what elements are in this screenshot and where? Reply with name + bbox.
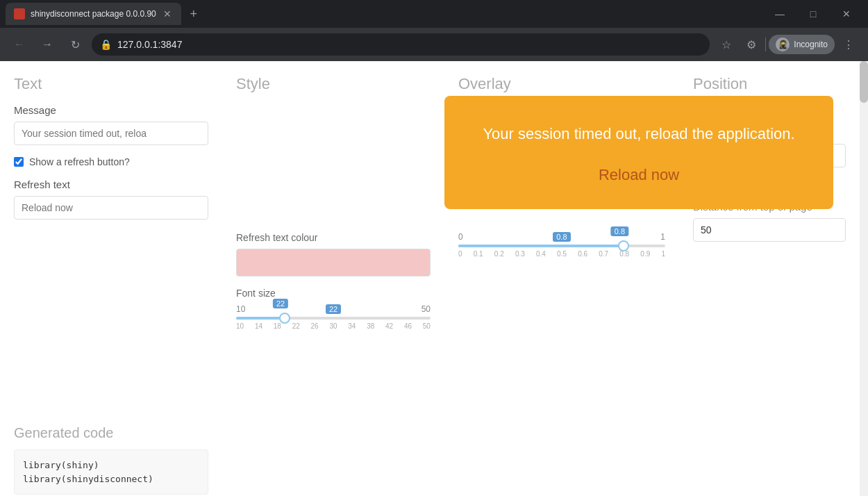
scrollbar[interactable] (860, 61, 868, 496)
panel-container: Text Message Show a refresh button? Refr… (0, 61, 860, 496)
url-bar[interactable]: 🔒 127.0.0.1:3847 (92, 33, 710, 56)
font-size-value: 22 (326, 304, 341, 314)
font-size-max: 50 (422, 304, 431, 314)
color-swatch[interactable] (236, 249, 431, 276)
browser-chrome: shinydisconnect package 0.0.0.90 ✕ + — □… (0, 0, 868, 61)
refresh-colour-label: Refresh text colour (236, 232, 431, 243)
back-button[interactable]: ← (8, 33, 31, 56)
op-tick-07: 0.7 (599, 250, 608, 258)
maximize-button[interactable]: □ (797, 3, 829, 25)
refresh-text-label: Refresh text (14, 179, 208, 190)
overlay-panel: Overlay 0 0.8 1 0.8 0 0.1 0.2 (444, 61, 679, 496)
opacity-slider-fill (458, 245, 624, 247)
position-panel-title: Position (693, 75, 846, 93)
toolbar-divider (765, 38, 766, 51)
incognito-badge: 🥷 Incognito (769, 35, 835, 54)
style-panel-title: Style (236, 75, 431, 93)
tick-30: 30 (329, 322, 337, 330)
url-lock-icon: 🔒 (100, 39, 112, 50)
tick-26: 26 (311, 322, 319, 330)
tab-close-button[interactable]: ✕ (162, 8, 173, 19)
font-size-slider-track[interactable]: 22 (236, 317, 431, 320)
style-controls: Refresh text colour Font size 10 22 50 2… (236, 232, 431, 330)
op-tick-1: 1 (661, 250, 665, 258)
code-line-2: library(shinydisconnect) (23, 472, 199, 486)
style-panel: Style Refresh text colour Font size 10 2… (222, 61, 444, 496)
overlay-panel-title: Overlay (458, 75, 665, 93)
code-line-1: library(shiny) (23, 458, 199, 472)
slider-range-labels: 10 22 50 (236, 304, 431, 314)
font-size-slider-section: 10 22 50 22 10 14 18 22 (236, 304, 431, 330)
title-bar: shinydisconnect package 0.0.0.90 ✕ + — □… (0, 0, 868, 28)
opacity-min: 0 (458, 232, 463, 242)
op-tick-06: 0.6 (578, 250, 587, 258)
tick-34: 34 (348, 322, 356, 330)
reload-button[interactable]: ↻ (64, 33, 86, 56)
url-text: 127.0.0.1:3847 (117, 39, 182, 50)
op-tick-04: 0.4 (536, 250, 546, 258)
generated-code-section: Generated code library(shiny) library(sh… (14, 425, 208, 495)
tick-50: 50 (423, 322, 431, 330)
tab-title: shinydisconnect package 0.0.0.90 (31, 9, 156, 19)
font-size-ticks: 10 14 18 22 26 30 34 38 42 46 50 (236, 322, 431, 330)
close-button[interactable]: ✕ (831, 3, 862, 25)
font-size-thumb-label: 22 (273, 299, 288, 308)
message-input[interactable] (14, 122, 208, 145)
menu-button[interactable]: ⋮ (837, 33, 860, 56)
opacity-slider-track[interactable]: 0.8 (458, 245, 665, 247)
opacity-thumb-label: 0.8 (611, 226, 628, 236)
text-panel-title: Text (14, 75, 208, 93)
refresh-text-input[interactable] (14, 196, 208, 220)
extensions-button[interactable]: ⚙ (740, 33, 762, 56)
minimize-button[interactable]: — (764, 3, 796, 25)
window-controls: — □ ✕ (764, 3, 862, 25)
show-refresh-checkbox[interactable] (14, 157, 24, 167)
opacity-slider-thumb[interactable]: 0.8 (618, 240, 629, 251)
browser-tab[interactable]: shinydisconnect package 0.0.0.90 ✕ (6, 3, 181, 25)
opacity-value: 0.8 (553, 232, 570, 242)
overlay-modal: Your session timed out, reload the appli… (444, 96, 833, 209)
tick-10: 10 (236, 322, 244, 330)
op-tick-05: 0.5 (557, 250, 567, 258)
opacity-max: 1 (660, 232, 665, 242)
incognito-label: Incognito (794, 40, 828, 49)
opacity-section: 0 0.8 1 0.8 0 0.1 0.2 0.3 0.4 0.5 (458, 232, 665, 258)
bookmark-button[interactable]: ☆ (715, 33, 737, 56)
opacity-ticks: 0 0.1 0.2 0.3 0.4 0.5 0.6 0.7 0.8 0.9 1 (458, 250, 665, 258)
font-size-slider-fill (236, 317, 285, 320)
opacity-labels: 0 0.8 1 (458, 232, 665, 242)
op-tick-01: 0.1 (474, 250, 483, 258)
message-label: Message (14, 104, 208, 116)
distance-input[interactable] (693, 218, 846, 242)
show-refresh-label: Show a refresh button? (29, 156, 130, 167)
generated-code-title: Generated code (14, 425, 208, 441)
show-refresh-row: Show a refresh button? (14, 156, 208, 167)
tick-14: 14 (255, 322, 262, 330)
overlay-reload-button[interactable]: Reload now (599, 166, 679, 184)
font-size-min: 10 (236, 304, 245, 314)
scrollbar-thumb[interactable] (860, 61, 868, 103)
toolbar-right: ☆ ⚙ 🥷 Incognito ⋮ (715, 33, 860, 56)
text-panel: Text Message Show a refresh button? Refr… (0, 61, 222, 496)
op-tick-02: 0.2 (494, 250, 504, 258)
incognito-icon: 🥷 (776, 38, 790, 51)
op-tick-0: 0 (458, 250, 462, 258)
tab-favicon (14, 8, 25, 19)
tick-46: 46 (404, 322, 412, 330)
op-tick-09: 0.9 (640, 250, 650, 258)
page-content: Text Message Show a refresh button? Refr… (0, 61, 868, 496)
new-tab-button[interactable]: + (184, 4, 203, 24)
tick-18: 18 (274, 322, 281, 330)
address-bar: ← → ↻ 🔒 127.0.0.1:3847 ☆ ⚙ 🥷 Incognito ⋮ (0, 28, 868, 61)
overlay-main-text: Your session timed out, reload the appli… (472, 124, 806, 145)
forward-button[interactable]: → (36, 33, 58, 56)
tick-42: 42 (385, 322, 393, 330)
tick-38: 38 (367, 322, 374, 330)
font-size-label: Font size (236, 288, 431, 299)
tick-22: 22 (292, 322, 300, 330)
font-size-slider-thumb[interactable]: 22 (279, 313, 290, 324)
code-block: library(shiny) library(shinydisconnect) (14, 449, 208, 495)
op-tick-03: 0.3 (515, 250, 525, 258)
